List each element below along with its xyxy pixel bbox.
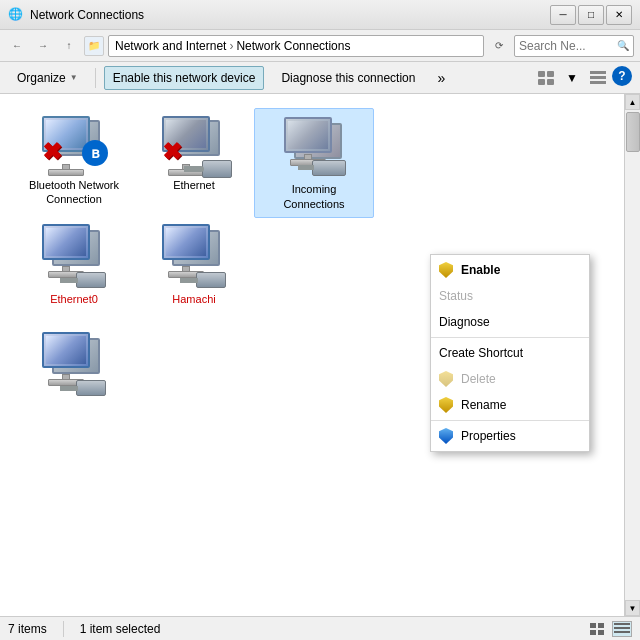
properties-label: Properties [461,429,516,443]
icons-grid: ✖ ʙ Bluetooth NetworkConnection [10,104,614,222]
chevron-down-icon: ▼ [70,73,78,82]
svg-rect-3 [547,79,554,85]
cable-plug-icon [202,160,232,178]
context-menu-item-diagnose[interactable]: Diagnose [431,309,589,335]
icon-label: Incoming Connections [261,182,367,211]
svg-rect-10 [598,630,604,635]
rename-label: Rename [461,398,506,412]
window-icon: 🌐 [8,7,24,23]
disabled-x-icon: ✖ [42,140,62,164]
enable-label: Enable [461,263,500,277]
svg-rect-11 [614,623,630,625]
context-menu-item-properties[interactable]: Properties [431,423,589,449]
svg-rect-4 [590,71,606,74]
chevron-down-icon: ▼ [566,71,578,85]
context-menu-item-enable[interactable]: Enable [431,257,589,283]
address-path[interactable]: Network and Internet › Network Connectio… [108,35,484,57]
hamachi-icon-wrap [162,224,226,292]
svg-rect-7 [590,623,596,628]
more-button[interactable]: » [432,66,450,90]
list-item[interactable]: Hamachi [134,216,254,326]
svg-rect-13 [614,631,630,633]
path-segment-2: Network Connections [236,39,350,53]
large-icons-icon [590,623,606,635]
details-icon [590,71,606,85]
svg-rect-12 [614,627,630,629]
search-input[interactable] [519,39,617,53]
icon-label: Ethernet [173,178,215,192]
svg-rect-5 [590,76,606,79]
e0-cable-body [60,278,78,283]
un-cable [76,380,106,396]
view-icon [538,71,554,85]
cable-body-icon [184,166,204,172]
refresh-button[interactable]: ⟳ [488,35,510,57]
svg-rect-8 [598,623,604,628]
context-menu-separator [431,337,589,338]
details-view-button[interactable] [586,66,610,90]
scroll-down-button[interactable]: ▼ [625,600,640,616]
monitor-base-icon [48,169,84,176]
svg-rect-1 [547,71,554,77]
main-area: ✖ ʙ Bluetooth NetworkConnection [0,94,640,616]
ethernet0-icon-wrap [42,224,106,292]
unnamed-icon-wrap [42,332,106,400]
maximize-button[interactable]: □ [578,5,604,25]
un-cable-body [60,386,78,391]
list-item[interactable]: ✖ ʙ Bluetooth NetworkConnection [14,108,134,218]
diagnose-button[interactable]: Diagnose this connection [272,66,424,90]
help-button[interactable]: ? [612,66,632,86]
list-item[interactable] [14,324,134,434]
shield-icon-4 [439,428,453,444]
view-details-button[interactable] [612,621,632,637]
minimize-button[interactable]: ─ [550,5,576,25]
diagnose-label: Diagnose [439,315,490,329]
bluetooth-icon-wrap: ✖ ʙ [42,116,106,178]
search-box[interactable]: 🔍 [514,35,634,57]
incoming-icon-wrap [282,117,346,182]
icon-label: Bluetooth NetworkConnection [29,178,119,207]
search-icon: 🔍 [617,40,629,51]
scroll-track[interactable] [625,110,640,600]
back-button[interactable]: ← [6,35,28,57]
hm-front [162,224,210,260]
context-menu-item-shortcut[interactable]: Create Shortcut [431,340,589,366]
list-item[interactable]: Ethernet0 [14,216,134,326]
icon-label: Hamachi [172,292,215,306]
view-large-button[interactable] [588,621,608,637]
context-menu-separator-2 [431,420,589,421]
incoming-cable [312,160,346,176]
view-arrow-button[interactable]: ▼ [560,66,584,90]
context-menu-item-rename[interactable]: Rename [431,392,589,418]
scrollbar-vertical[interactable]: ▲ ▼ [624,94,640,616]
context-menu-item-delete: Delete [431,366,589,392]
close-button[interactable]: ✕ [606,5,632,25]
enable-button[interactable]: Enable this network device [104,66,265,90]
context-menu-item-status: Status [431,283,589,309]
svg-rect-9 [590,630,596,635]
view-extra-button[interactable] [534,66,558,90]
scroll-up-button[interactable]: ▲ [625,94,640,110]
list-item[interactable]: Incoming Connections [254,108,374,218]
file-area[interactable]: ✖ ʙ Bluetooth NetworkConnection [0,94,624,616]
location-icon: 📁 [84,36,104,56]
hm-cable [196,272,226,288]
list-item[interactable]: ✖ Ethernet [134,108,254,218]
up-button[interactable]: ↑ [58,35,80,57]
shortcut-label: Create Shortcut [439,346,523,360]
organize-button[interactable]: Organize ▼ [8,66,87,90]
un-front [42,332,90,368]
details-list-icon [614,623,630,635]
scroll-thumb[interactable] [626,112,640,152]
icon-label: Ethernet0 [50,292,98,306]
delete-label: Delete [461,372,496,386]
shield-icon-3 [439,397,453,413]
path-segment-1: Network and Internet [115,39,226,53]
status-label: Status [439,289,473,303]
window-title: Network Connections [30,8,550,22]
forward-button[interactable]: → [32,35,54,57]
view-buttons: ▼ ? [534,66,632,90]
path-sep-1: › [229,39,233,53]
shield-icon [439,262,453,278]
address-bar: ← → ↑ 📁 Network and Internet › Network C… [0,30,640,62]
